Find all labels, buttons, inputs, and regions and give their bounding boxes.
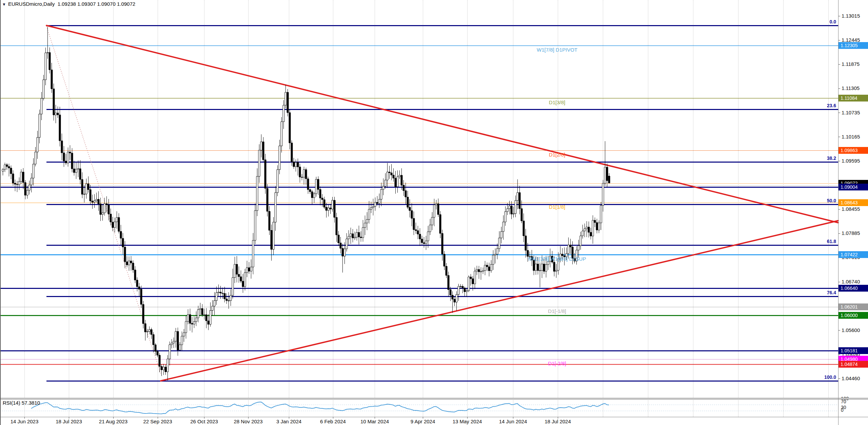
rsi-scale-label: 0 [841, 407, 844, 413]
date-label: 18 Jul 2023 [56, 419, 82, 424]
price-tick-label: 1.08455 [842, 206, 860, 212]
chart-title: ▼EURUSDmicro,Daily 1.09238 1.09307 1.090… [2, 1, 135, 7]
price-level-badge: 1.11084 [839, 95, 868, 101]
price-level-badge: 1.06640 [839, 285, 868, 292]
date-label: 14 Jun 2023 [11, 419, 39, 424]
price-tick-label: 1.11875 [842, 61, 860, 67]
bearish-candle-bodies [6, 53, 610, 372]
fib-level-label: 50.0 [827, 198, 836, 203]
date-label: 9 Apr 2024 [411, 419, 435, 424]
fib-level-label: 38.2 [827, 155, 836, 161]
price-level-badge: 1.09863 [839, 147, 868, 154]
price-tick-label: 1.10165 [842, 134, 860, 140]
indicator-panel-separator[interactable] [0, 398, 868, 400]
price-axis-border [838, 0, 839, 425]
date-label: 14 Jun 2024 [499, 419, 527, 424]
time-axis-border [0, 417, 868, 417]
date-label: 26 Oct 2023 [190, 419, 218, 424]
price-level-badge: 1.06000 [839, 312, 868, 319]
pivot-level-label: D1[2/8] [549, 152, 565, 158]
price-tick-label: 1.13015 [842, 13, 860, 19]
pivot-level-label: D1[-1/8] [548, 308, 566, 314]
price-tick-label: 1.05600 [842, 327, 860, 333]
price-tick-label: 1.06740 [842, 279, 860, 284]
date-label: 21 Aug 2023 [99, 419, 127, 424]
date-label: 13 May 2024 [453, 419, 482, 424]
price-tick-label: 1.10735 [842, 110, 860, 115]
price-tick-label: 1.09595 [842, 158, 860, 164]
date-label: 3 Jan 2024 [276, 419, 301, 424]
fib-level-label: 0.0 [830, 19, 836, 24]
pivot-level-label: D1[1/8] [549, 204, 565, 210]
rsi-scale-label: 70 [841, 399, 846, 404]
rsi-label: RSI(14) 57.3810 [3, 400, 40, 406]
fib-level-label: 23.6 [827, 103, 836, 108]
price-level-badge: 1.07422 [839, 251, 868, 258]
pivot-level-label: W1[7/8] D1PIVOT [537, 47, 577, 53]
date-label: 18 Jul 2024 [545, 419, 571, 424]
fib-level-label: 61.8 [827, 239, 836, 244]
price-level-badge: 1.12305 [839, 42, 868, 49]
price-level-badge: 1.04874 [839, 361, 868, 368]
candlestick-chart-canvas[interactable] [0, 0, 868, 425]
fib-level-label: 100.0 [824, 374, 836, 380]
trendline[interactable] [46, 25, 838, 223]
price-level-badge: 1.05181 [839, 347, 868, 354]
symbol-dropdown-icon[interactable]: ▼ [2, 2, 6, 7]
date-label: 22 Sep 2023 [143, 419, 172, 424]
price-level-badge: 1.06201 [839, 303, 868, 310]
date-label: 10 Mar 2024 [360, 419, 389, 424]
bullish-candle-bodies [2, 53, 606, 372]
price-level-badge: 1.08643 [839, 199, 868, 206]
date-label: 28 Nov 2023 [234, 419, 262, 424]
chart-title-text: EURUSDmicro,Daily 1.09238 1.09307 1.0907… [8, 1, 135, 7]
date-label: 6 Feb 2024 [320, 419, 346, 424]
price-tick-label: 1.04460 [842, 375, 860, 381]
price-tick-label: 1.07885 [842, 230, 860, 236]
chart-window: ▼EURUSDmicro,Daily 1.09238 1.09307 1.090… [0, 0, 868, 425]
pivot-level-label: MN1[3/8] W1[6/8] D1SUP [528, 256, 586, 262]
price-level-badge: 1.09004 [839, 184, 868, 190]
pivot-level-label: D1[3/8] [549, 99, 565, 105]
pivot-level-label: D1[-2/8] [548, 361, 566, 366]
fib-level-label: 76.4 [827, 290, 836, 295]
price-tick-label: 1.11305 [842, 85, 860, 91]
rsi-line [31, 402, 609, 414]
candle-wicks [3, 27, 609, 381]
chart-left-border [0, 0, 1, 425]
